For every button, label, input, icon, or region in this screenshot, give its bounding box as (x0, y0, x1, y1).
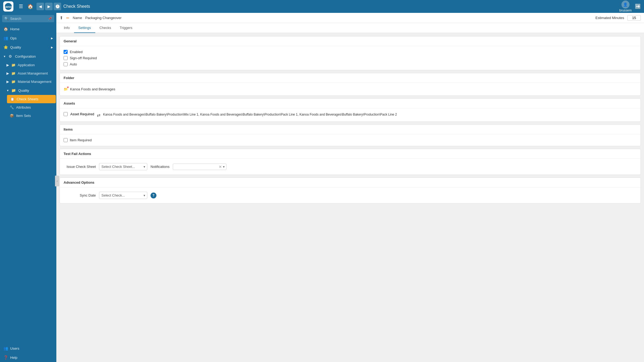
sidebar-item-attributes[interactable]: 🔧 Attributes (6, 103, 56, 112)
tab-checks[interactable]: Checks (95, 23, 115, 33)
nav-buttons: ◀ ▶ 🕐 (36, 3, 61, 10)
config-children: ▶ 📁 Application ▶ 📁 Asset Management ▶ 📁… (0, 61, 56, 120)
issue-check-sheet-wrapper: Select Check Sheet... (99, 163, 147, 170)
home-nav-icon[interactable]: 🏠 (26, 2, 34, 10)
sidebar-item-quality-top[interactable]: ⭐ Quality ▶ (0, 43, 56, 52)
topbar: kanoa ☰ 🏠 ◀ ▶ 🕐 Check Sheets 👤 brussem ➡… (0, 0, 644, 13)
sidebar-item-attributes-label: Attributes (16, 105, 31, 109)
folder-name: Kanoa Foods and Beverages (70, 87, 115, 91)
items-title: Items (60, 125, 641, 134)
sidebar-quality-group: ▼ 📁 Quality 📋 Check Sheets 🔧 Attributes (3, 86, 56, 120)
sidebar-configuration-group: ▼ ⚙ Configuration ▶ 📁 Application ▶ 📁 As… (0, 52, 56, 120)
ops-chevron-icon: ▶ (51, 37, 53, 40)
tab-triggers[interactable]: Triggers (115, 23, 137, 33)
asset-chevron-icon: ▶ (6, 71, 9, 75)
estimated-input[interactable] (627, 15, 641, 21)
sidebar-item-asset-management[interactable]: ▶ 📁 Asset Management (3, 69, 56, 77)
attributes-icon: 🔧 (10, 105, 14, 109)
search-icon: 🔍 (4, 17, 9, 21)
material-folder-icon: 📁 (11, 80, 16, 84)
back-button[interactable]: ◀ (36, 3, 44, 10)
name-label: Name (73, 16, 82, 20)
search-input[interactable] (10, 17, 46, 21)
assets-row: Asset Required ⇄ Kanoa Foods and Beverag… (64, 111, 637, 119)
sidebar-item-configuration[interactable]: ▼ ⚙ Configuration (0, 52, 56, 61)
sidebar-item-check-sheets-label: Check Sheets (17, 97, 38, 101)
asset-required-label[interactable]: Asset Required (70, 112, 94, 116)
config-chevron-icon: ▼ (3, 55, 6, 58)
signoff-checkbox[interactable] (64, 56, 68, 60)
name-bar: ⬆ ✏ Name Estimated Minutes (56, 13, 644, 23)
enabled-row: Enabled (64, 49, 637, 55)
enabled-checkbox[interactable] (64, 50, 68, 54)
sidebar-item-application[interactable]: ▶ 📁 Application (3, 61, 56, 69)
logo-icon: kanoa (3, 1, 13, 12)
general-title: General (60, 36, 641, 46)
sidebar-item-users[interactable]: 👥 Users (0, 344, 56, 353)
sidebar-item-check-sheets[interactable]: 📋 Check Sheets (7, 95, 56, 103)
items-body: Item Required (60, 134, 641, 146)
login-icon[interactable]: ➡️ (635, 3, 641, 9)
quality-folder-icon: 📁 (11, 88, 16, 93)
sidebar-item-quality[interactable]: ▼ 📁 Quality (3, 86, 56, 95)
sidebar-item-ops-label: Ops (10, 36, 17, 40)
quality-top-chevron-icon: ▶ (51, 46, 53, 49)
auto-label[interactable]: Auto (70, 62, 77, 66)
notifications-clear-icon[interactable]: ✕ (219, 165, 222, 169)
assets-title: Assets (60, 99, 641, 108)
sync-date-help-button[interactable]: ? (151, 193, 156, 198)
sidebar-item-help[interactable]: ❓ Help (0, 353, 56, 362)
name-input[interactable] (85, 16, 592, 20)
app-chevron-icon: ▶ (6, 63, 9, 67)
sidebar-item-ops[interactable]: 👥 Ops ▶ (0, 34, 56, 43)
quality-top-icon: ⭐ (3, 45, 8, 49)
tab-info[interactable]: Info (60, 23, 74, 33)
folder-item: 📁✕ Kanoa Foods and Beverages (64, 86, 637, 93)
sidebar-item-item-sets[interactable]: 📦 Item Sets (6, 112, 56, 120)
sidebar-collapse-handle[interactable]: ‹ (55, 176, 59, 186)
settings-content: General Enabled Sign-off Required Auto (56, 33, 644, 362)
sidebar-item-material-management[interactable]: ▶ 📁 Material Management (3, 77, 56, 86)
notifications-field[interactable]: ✕ ▾ (173, 164, 226, 170)
history-button[interactable]: 🕐 (54, 3, 61, 10)
forward-button[interactable]: ▶ (45, 3, 53, 10)
sidebar-item-home-label: Home (10, 27, 20, 31)
sidebar-item-users-label: Users (10, 346, 19, 350)
notifications-chevron-icon[interactable]: ▾ (223, 165, 225, 169)
folder-icon: 📁✕ (64, 87, 68, 91)
item-required-label[interactable]: Item Required (70, 138, 92, 142)
assets-text: Kanoa Foods and Beverages\Buffalo Bakery… (103, 112, 397, 117)
issue-check-sheet-select[interactable]: Select Check Sheet... (99, 163, 147, 170)
x-badge: ✕ (67, 86, 69, 89)
test-fail-title: Test Fail Actions (60, 149, 641, 159)
sidebar-item-home[interactable]: 🏠 Home (0, 24, 56, 34)
folder-body: 📁✕ Kanoa Foods and Beverages (60, 83, 641, 95)
folder-section: Folder 📁✕ Kanoa Foods and Beverages (60, 73, 641, 96)
auto-checkbox[interactable] (64, 62, 68, 66)
assets-section: Assets Asset Required ⇄ Kanoa Foods and … (60, 98, 641, 122)
asset-folder-icon: 📁 (11, 71, 16, 75)
asset-link-icon[interactable]: ⇄ (97, 113, 100, 118)
quality-children: 📋 Check Sheets 🔧 Attributes 📦 Item Sets (3, 95, 56, 120)
users-icon: 👥 (3, 346, 8, 350)
asset-required-checkbox[interactable] (64, 112, 68, 116)
enabled-label[interactable]: Enabled (70, 50, 83, 54)
signoff-label[interactable]: Sign-off Required (70, 56, 97, 60)
material-chevron-icon: ▶ (6, 80, 9, 84)
svg-text:kanoa: kanoa (5, 5, 12, 8)
home-icon: 🏠 (3, 27, 8, 31)
quality-chevron-icon: ▼ (6, 89, 9, 92)
item-required-checkbox[interactable] (64, 138, 68, 142)
tab-settings[interactable]: Settings (74, 23, 95, 33)
advanced-body: Sync Date Select Check... ? (60, 187, 641, 203)
estimated-label: Estimated Minutes (595, 16, 624, 20)
notifications-label: Notifications (151, 165, 170, 169)
edit-icon[interactable]: ✏ (66, 16, 69, 20)
test-fail-row: Issue Check Sheet Select Check Sheet... … (64, 161, 637, 172)
sync-date-wrapper: Select Check... (99, 192, 147, 199)
menu-icon[interactable]: ☰ (18, 2, 24, 10)
advanced-title: Advanced Options (60, 178, 641, 187)
pin-icon[interactable]: 📌 (48, 17, 52, 21)
issue-check-sheet-label: Issue Check Sheet (64, 165, 96, 169)
sync-date-select[interactable]: Select Check... (99, 192, 147, 199)
